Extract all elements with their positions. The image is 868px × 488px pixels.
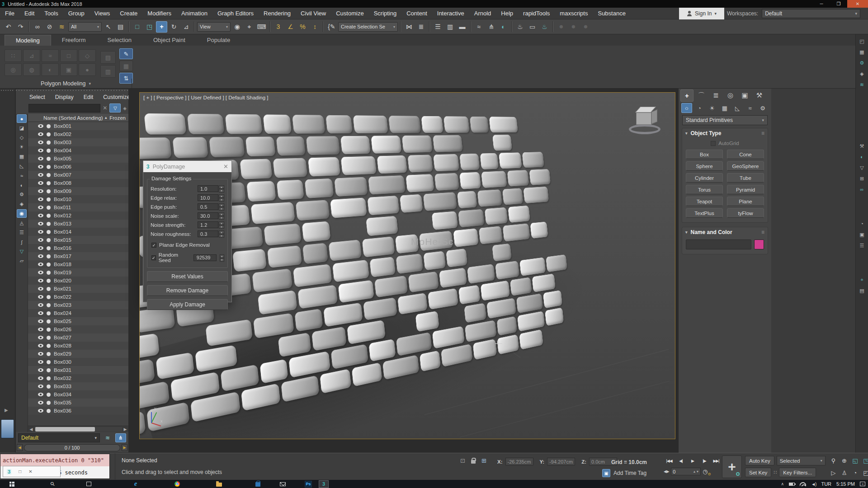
filter-funnel-icon[interactable]: ▽ <box>17 247 27 256</box>
filter-button[interactable]: ▽ <box>109 103 121 113</box>
next-frame-button[interactable]: |▶ <box>699 456 710 466</box>
ribbon-btn-pivot[interactable]: ▤ <box>100 51 116 64</box>
ribbon-tab-selection[interactable]: Selection <box>97 35 142 46</box>
y-coordinate-field[interactable]: -94.207cm <box>547 458 575 465</box>
filter-shapes-icon[interactable]: ◇ <box>17 133 27 142</box>
time-slider[interactable]: 0 / 100 <box>24 444 120 451</box>
zoom-extents-button[interactable]: ◱ <box>850 455 860 466</box>
menu-item[interactable]: Civil View <box>296 10 331 17</box>
category-helpers-icon[interactable]: ◺ <box>732 103 743 113</box>
visibility-eye-icon[interactable] <box>38 197 43 201</box>
menu-item[interactable]: Interactive <box>432 10 469 17</box>
visibility-eye-icon[interactable] <box>38 303 43 307</box>
use-pivot-center-icon[interactable]: ◉ <box>231 21 243 33</box>
visibility-eye-icon[interactable] <box>38 238 43 242</box>
unlink-selection-icon[interactable]: ⊘ <box>44 21 55 33</box>
photoshop-icon[interactable]: Ps <box>302 480 315 488</box>
menu-item[interactable]: rapidTools <box>518 10 555 17</box>
explorer-row[interactable]: Box008 <box>28 179 128 187</box>
dialog-title-bar[interactable]: 3 PolyDamage ✕ <box>143 161 231 172</box>
angle-snap-icon[interactable]: ∠ <box>285 21 296 33</box>
orbit-button[interactable]: ◔ <box>850 467 860 478</box>
action-center-icon[interactable]: ≡ <box>860 482 865 486</box>
panel-tab-modify[interactable]: ⌒ <box>695 89 708 102</box>
battery-icon[interactable] <box>789 483 795 486</box>
ribbon-btn-border[interactable]: ≈ <box>42 49 59 62</box>
ribbon-tab-freeform[interactable]: Freeform <box>51 35 97 46</box>
view-cube[interactable] <box>626 101 664 140</box>
ribbon-toggle-icon[interactable]: ▬ <box>457 21 468 33</box>
visibility-eye-icon[interactable] <box>38 230 43 234</box>
visibility-eye-icon[interactable] <box>38 246 43 250</box>
explorer-row[interactable]: Box006 <box>28 163 128 171</box>
ribbon-tab-modeling[interactable]: Modeling <box>5 35 51 46</box>
play-button[interactable]: ▶ <box>687 456 698 466</box>
mirror-icon[interactable]: ⋈ <box>403 21 415 33</box>
category-geometry-icon[interactable]: ○ <box>681 103 692 113</box>
maximize-viewport-toggle-button[interactable]: ◰ <box>861 467 868 478</box>
task-view-icon[interactable] <box>82 480 95 488</box>
menu-item[interactable]: File <box>0 10 19 17</box>
toolbar-icon[interactable] <box>323 21 324 32</box>
auto-key-button[interactable]: Auto Key <box>745 456 774 465</box>
visibility-eye-icon[interactable] <box>38 376 43 380</box>
time-tag-cube-icon[interactable]: ▣ <box>602 469 610 477</box>
visibility-eye-icon[interactable] <box>38 206 43 209</box>
explorer-row[interactable]: Box028 <box>28 342 128 350</box>
visibility-eye-icon[interactable] <box>38 360 43 364</box>
toolbar-icon[interactable] <box>128 21 129 32</box>
absolute-offset-mode-icon[interactable]: ⊞ <box>481 457 486 464</box>
frame-step-icons[interactable]: ◀▶ <box>664 469 669 474</box>
visibility-eye-icon[interactable] <box>38 352 43 356</box>
reference-coordinate-dropdown[interactable]: View <box>197 22 231 32</box>
ribbon-btn-vertex[interactable]: ∷ <box>5 49 22 62</box>
schematic-view-icon[interactable]: ⋔ <box>486 21 497 33</box>
dialog-button[interactable]: Apply Damage <box>147 299 228 310</box>
time-slider-prev-button[interactable]: ◀ <box>17 444 23 451</box>
explorer-column-header[interactable]: Name (Sorted Ascending) ▲ Frozen <box>28 114 128 122</box>
explorer-row[interactable]: Box004 <box>28 146 128 155</box>
object-color-swatch[interactable] <box>754 239 764 249</box>
spinner-control[interactable]: ▲▼ <box>220 254 224 261</box>
ribbon-tab-object-paint[interactable]: Object Paint <box>142 35 196 46</box>
primitive-button[interactable]: Tube <box>727 173 764 183</box>
right-dock-icon-15[interactable]: ▤ <box>858 286 867 295</box>
visibility-eye-icon[interactable] <box>38 409 43 413</box>
fov-button[interactable]: ▷ <box>829 467 838 478</box>
visibility-eye-icon[interactable] <box>38 311 43 315</box>
right-dock-icon-3[interactable]: ⚙ <box>858 59 867 67</box>
visibility-eye-icon[interactable] <box>38 319 43 323</box>
scene-explorer-toggle-icon[interactable]: ▥ <box>444 21 456 33</box>
clear-search-icon[interactable]: ✕ <box>103 105 107 111</box>
key-selection-dropdown[interactable]: Selected ▾ <box>777 456 826 465</box>
named-selection-set-dropdown[interactable]: Create Selection Se <box>338 22 398 32</box>
explorer-row[interactable]: Box007 <box>28 171 128 179</box>
menu-item[interactable]: Rendering <box>259 10 296 17</box>
explorer-row[interactable]: Box025 <box>28 317 128 325</box>
explorer-row[interactable]: Box010 <box>28 195 128 203</box>
menu-item[interactable]: Group <box>63 10 90 17</box>
go-to-start-button[interactable]: |◀◀ <box>664 456 675 466</box>
previous-frame-button[interactable]: ◀| <box>675 456 686 466</box>
toolbar-icon[interactable] <box>28 21 29 32</box>
close-button[interactable]: ✕ <box>847 0 868 8</box>
visibility-eye-icon[interactable] <box>38 157 43 160</box>
ribbon-btn-preview-5[interactable]: ● <box>79 63 96 76</box>
filter-materials-icon[interactable]: ◐ <box>17 181 27 189</box>
menu-item[interactable]: Animation <box>176 10 212 17</box>
spinner-control[interactable]: ▲▼ <box>219 230 224 237</box>
dialog-close-icon[interactable]: ✕ <box>223 163 228 170</box>
primitive-button[interactable]: Pyramid <box>727 185 764 194</box>
render-setup-icon[interactable]: ♨ <box>514 21 526 33</box>
workspace-dropdown[interactable]: Default ▾ <box>762 9 860 18</box>
store-icon[interactable] <box>251 480 264 488</box>
menu-item[interactable]: Substance <box>593 10 630 17</box>
maxscript-line[interactable]: actionMan.executeAction 0 "310" <box>0 454 109 466</box>
menu-item[interactable]: Graph Editors <box>212 10 259 17</box>
horizontal-scrollbar[interactable]: ◀ ▶ <box>28 426 128 432</box>
right-dock-icon-14[interactable]: ⌖ <box>858 276 867 284</box>
filter-display-all-icon[interactable]: ● <box>17 114 27 123</box>
curve-editor-icon[interactable]: ≈ <box>473 21 485 33</box>
align-icon[interactable]: ≣ <box>415 21 427 33</box>
visibility-eye-icon[interactable] <box>38 295 43 299</box>
